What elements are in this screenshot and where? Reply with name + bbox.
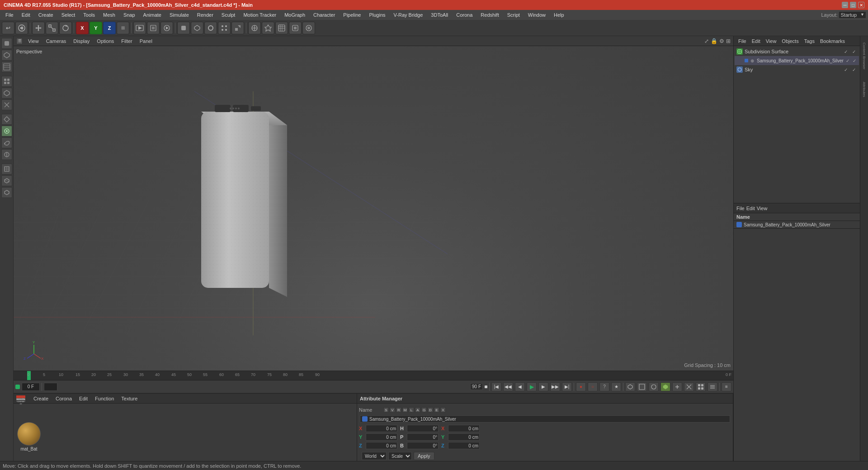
- edge-mode-button[interactable]: [204, 22, 217, 34]
- transport-mode-2[interactable]: [637, 382, 647, 391]
- sidebar-tool-1[interactable]: [1, 76, 12, 87]
- name-icon-1[interactable]: S: [383, 407, 389, 413]
- next-key-button[interactable]: ▶▶: [550, 382, 560, 391]
- point-mode-button[interactable]: [218, 22, 231, 34]
- menu-redshift[interactable]: Redshift: [477, 11, 502, 19]
- sky-vis-1[interactable]: ✓: [843, 66, 849, 73]
- sidebar-texture-mode[interactable]: [1, 50, 12, 61]
- axis-y-button[interactable]: Y: [90, 22, 102, 34]
- material-edit-btn[interactable]: Edit: [77, 395, 90, 402]
- interactive-render-button[interactable]: [160, 22, 173, 34]
- prev-frame-button[interactable]: ◀: [515, 382, 525, 391]
- marker-button[interactable]: ★: [611, 382, 621, 391]
- close-button[interactable]: ✕: [858, 2, 864, 8]
- menu-create[interactable]: Create: [35, 11, 57, 19]
- key-frame-input[interactable]: [44, 383, 57, 391]
- material-item[interactable]: mat_Bat: [17, 422, 41, 451]
- obj-tags-btn[interactable]: Tags: [802, 38, 816, 44]
- rot-h-input[interactable]: [407, 425, 439, 432]
- name-icon-4[interactable]: M: [402, 407, 408, 413]
- name-icon-10[interactable]: X: [440, 407, 446, 413]
- rotate-tool-button[interactable]: [59, 22, 72, 34]
- sidebar-model-mode[interactable]: [1, 38, 12, 49]
- scale-tool-button[interactable]: [46, 22, 58, 34]
- uv-mode-button[interactable]: [231, 22, 244, 34]
- coord-scale-select[interactable]: Scale Size: [388, 452, 412, 460]
- material-preview[interactable]: [17, 422, 41, 446]
- axis-z-button[interactable]: Z: [103, 22, 116, 34]
- maximize-button[interactable]: □: [850, 2, 856, 8]
- menu-motion-tracker[interactable]: Motion Tracker: [240, 11, 280, 19]
- pos-x-input[interactable]: [366, 425, 397, 432]
- battery-vis-2[interactable]: ✓: [852, 57, 857, 64]
- vp-menu-display[interactable]: Display: [71, 38, 91, 44]
- menu-pipeline[interactable]: Pipeline: [340, 11, 364, 19]
- sidebar-paint-mode[interactable]: [1, 61, 12, 72]
- prev-key-button[interactable]: ◀◀: [503, 382, 513, 391]
- obj-file-btn[interactable]: File: [736, 38, 748, 44]
- transport-mode-7[interactable]: [696, 382, 706, 391]
- minimize-button[interactable]: ─: [842, 2, 848, 8]
- tool-btn-9[interactable]: [289, 22, 302, 34]
- vp-menu-view[interactable]: View: [26, 38, 41, 44]
- vp-settings-icon[interactable]: ⚙: [719, 38, 724, 44]
- vp-expand-icon[interactable]: ⤢: [704, 38, 709, 44]
- pos-y-input[interactable]: [366, 433, 397, 441]
- menu-simulate[interactable]: Simulate: [166, 11, 193, 19]
- menu-mograph[interactable]: MoGraph: [281, 11, 309, 19]
- tool-btn-10[interactable]: [302, 22, 315, 34]
- menu-animate[interactable]: Animate: [140, 11, 165, 19]
- object-mode-button[interactable]: [177, 22, 190, 34]
- menu-snap[interactable]: Snap: [120, 11, 139, 19]
- menu-mesh[interactable]: Mesh: [99, 11, 119, 19]
- menu-help[interactable]: Help: [550, 11, 568, 19]
- menu-tools[interactable]: Tools: [80, 11, 99, 19]
- vp-menu-filter[interactable]: Filter: [119, 38, 134, 44]
- obj-item-battery[interactable]: ⊕ Samsung_Battery_Pack_10000mAh_Silver ✓…: [735, 56, 859, 65]
- transport-mode-4[interactable]: [660, 382, 670, 391]
- sidebar-tool-2[interactable]: [1, 88, 12, 99]
- obj-objects-btn[interactable]: Objects: [780, 38, 800, 44]
- vp-split-icon[interactable]: ⊞: [726, 38, 731, 44]
- obj-edit-btn[interactable]: Edit: [750, 38, 762, 44]
- material-function-btn[interactable]: Function: [93, 395, 116, 402]
- menu-file[interactable]: File: [2, 11, 17, 19]
- tool-btn-6[interactable]: [248, 22, 261, 34]
- menu-plugins[interactable]: Plugins: [365, 11, 389, 19]
- obj-item-subdivision[interactable]: Subdivision Surface ✓ ✓: [735, 47, 859, 56]
- goto-end-button[interactable]: ▶|: [562, 382, 572, 391]
- subdivision-vis-1[interactable]: ✓: [843, 48, 849, 55]
- coord-space-select[interactable]: World Object: [362, 452, 387, 460]
- sidebar-tool-8[interactable]: [1, 164, 12, 174]
- menu-render[interactable]: Render: [193, 11, 217, 19]
- name-icon-7[interactable]: G: [421, 407, 427, 413]
- attr-file-btn[interactable]: File: [736, 206, 745, 211]
- material-corona-btn[interactable]: Corona: [54, 395, 74, 402]
- attributes-tab[interactable]: Attributes: [862, 82, 866, 97]
- viewport-menu-icon[interactable]: ☰: [16, 38, 23, 44]
- sidebar-tool-4[interactable]: [1, 114, 12, 125]
- poly-mode-button[interactable]: [191, 22, 203, 34]
- transport-mode-1[interactable]: [625, 382, 635, 391]
- attr-edit-btn[interactable]: Edit: [746, 206, 755, 211]
- menu-vray[interactable]: V-Ray Bridge: [390, 11, 427, 19]
- layout-selector[interactable]: Startup ▼: [839, 11, 866, 19]
- move-tool-button[interactable]: [32, 22, 45, 34]
- help-button[interactable]: ?: [599, 382, 609, 391]
- material-texture-btn[interactable]: Texture: [119, 395, 139, 402]
- content-browser-tab[interactable]: Content Browser: [862, 42, 866, 70]
- name-icon-2[interactable]: V: [390, 407, 395, 413]
- name-icon-8[interactable]: D: [428, 407, 433, 413]
- name-icon-6[interactable]: A: [415, 407, 420, 413]
- axis-all-button[interactable]: ⊞: [117, 22, 129, 34]
- menu-corona[interactable]: Corona: [453, 11, 476, 19]
- sidebar-tool-10[interactable]: [1, 187, 12, 198]
- name-icon-9[interactable]: E: [434, 407, 439, 413]
- sky-vis-2[interactable]: ✓: [851, 66, 857, 73]
- obj-bookmarks-btn[interactable]: Bookmarks: [818, 38, 847, 44]
- name-icon-3[interactable]: R: [396, 407, 401, 413]
- transport-mode-8[interactable]: [708, 382, 717, 391]
- sidebar-tool-6[interactable]: [1, 137, 12, 148]
- scale-y-input[interactable]: [448, 433, 480, 441]
- vp-menu-options[interactable]: Options: [95, 38, 116, 44]
